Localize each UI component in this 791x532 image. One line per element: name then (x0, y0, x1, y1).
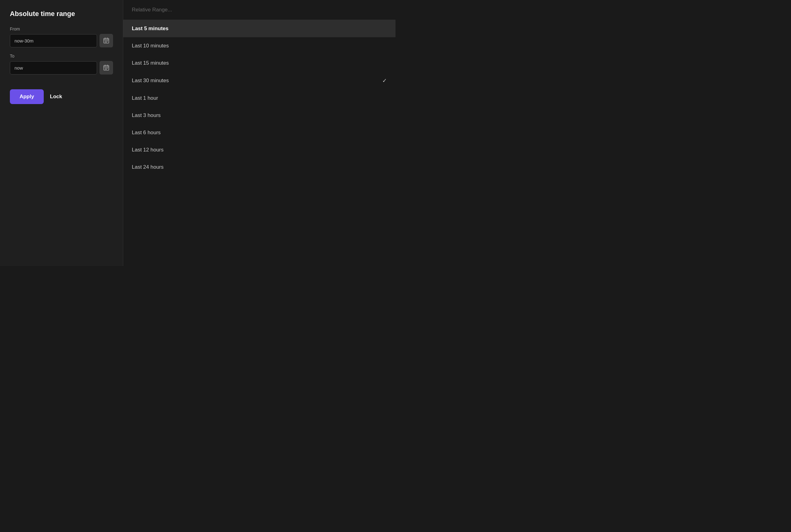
range-list-item[interactable]: Last 15 minutes (123, 55, 396, 72)
range-item-label: Last 12 hours (132, 147, 164, 153)
from-label: From (10, 26, 113, 32)
relative-range-header: Relative Range... (123, 0, 396, 20)
range-list-item[interactable]: Last 1 hour (123, 90, 396, 107)
time-range-picker: Absolute time range From (0, 0, 396, 266)
svg-rect-17 (106, 69, 107, 70)
from-calendar-button[interactable] (99, 34, 113, 48)
range-item-label: Last 5 minutes (132, 25, 168, 32)
range-list-item[interactable]: Last 12 hours (123, 141, 396, 158)
range-list-item[interactable]: Last 30 minutes✓ (123, 72, 396, 90)
range-list-item[interactable]: Last 3 hours (123, 107, 396, 124)
range-list-item[interactable]: Last 5 minutes (123, 20, 396, 37)
range-item-label: Last 3 hours (132, 112, 161, 118)
from-input[interactable] (10, 34, 97, 48)
range-list-item[interactable]: Last 10 minutes (123, 37, 396, 55)
svg-rect-15 (107, 68, 108, 68)
range-item-label: Last 10 minutes (132, 43, 169, 49)
range-list: Last 5 minutesLast 10 minutesLast 15 min… (123, 20, 396, 266)
svg-rect-16 (105, 69, 106, 70)
range-item-label: Last 24 hours (132, 164, 164, 170)
range-item-label: Last 1 hour (132, 95, 158, 101)
svg-rect-5 (106, 41, 107, 41)
svg-rect-4 (105, 41, 106, 41)
calendar-icon (103, 64, 110, 71)
to-input[interactable] (10, 61, 97, 75)
apply-button[interactable]: Apply (10, 89, 44, 104)
relative-range-placeholder: Relative Range... (132, 7, 172, 13)
from-field-group: From (10, 26, 113, 48)
to-label: To (10, 54, 113, 58)
actions-row: Apply Lock (10, 89, 113, 104)
lock-button[interactable]: Lock (50, 89, 62, 104)
range-list-item[interactable]: Last 6 hours (123, 124, 396, 141)
range-item-label: Last 15 minutes (132, 60, 169, 66)
svg-rect-7 (105, 42, 106, 42)
relative-range-panel: Relative Range... Last 5 minutesLast 10 … (123, 0, 396, 266)
checkmark-icon: ✓ (382, 77, 387, 84)
panel-title: Absolute time range (10, 10, 113, 18)
calendar-icon (103, 37, 110, 44)
range-list-item[interactable]: Last 24 hours (123, 158, 396, 176)
to-field-group: To (10, 54, 113, 75)
to-input-row (10, 61, 113, 75)
svg-rect-13 (105, 68, 106, 68)
svg-rect-14 (106, 68, 107, 68)
range-item-label: Last 30 minutes (132, 78, 169, 84)
to-calendar-button[interactable] (99, 61, 113, 75)
svg-rect-6 (107, 41, 108, 41)
svg-rect-8 (106, 42, 107, 42)
from-input-row (10, 34, 113, 48)
absolute-time-panel: Absolute time range From (0, 0, 123, 266)
range-item-label: Last 6 hours (132, 130, 161, 136)
